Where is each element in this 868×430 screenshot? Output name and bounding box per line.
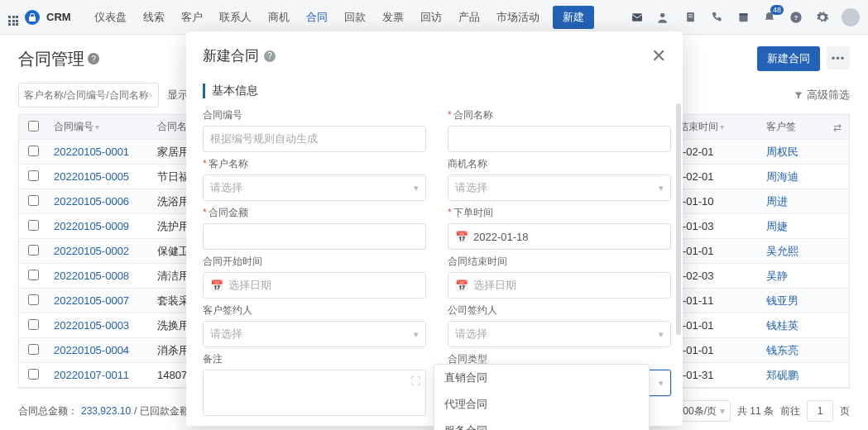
date-end[interactable]: 📅选择日期 <box>448 272 671 299</box>
type-option[interactable]: 代理合同 <box>434 391 649 418</box>
label-end: 合同结束时间 <box>448 255 671 269</box>
chevron-down-icon: ▾ <box>659 183 664 194</box>
label-remark: 备注 <box>203 352 426 366</box>
select-biz[interactable]: 请选择▾ <box>448 174 671 201</box>
modal-title: 新建合同 <box>203 46 259 65</box>
input-code[interactable]: 根据编号规则自动生成 <box>203 126 426 152</box>
label-biz: 商机名称 <box>448 157 671 171</box>
label-amount: 合同金额 <box>203 206 426 220</box>
label-start: 合同开始时间 <box>203 255 426 269</box>
calendar-icon: 📅 <box>455 280 468 292</box>
label-name: 合同名称 <box>448 108 671 122</box>
scrollbar[interactable] <box>676 103 681 335</box>
select-csigner[interactable]: 请选择▾ <box>203 321 426 347</box>
chevron-down-icon: ▾ <box>414 183 419 194</box>
label-csigner: 客户签约人 <box>203 303 426 318</box>
label-code: 合同编号 <box>203 108 426 122</box>
expand-icon[interactable]: ⛶ <box>410 375 420 387</box>
date-start[interactable]: 📅选择日期 <box>203 272 426 299</box>
calendar-icon: 📅 <box>455 231 468 243</box>
input-amount[interactable] <box>203 223 426 250</box>
calendar-icon: 📅 <box>210 280 223 292</box>
select-osigner[interactable]: 请选择▾ <box>448 321 671 347</box>
chevron-down-icon: ▾ <box>659 329 664 340</box>
select-customer[interactable]: 请选择▾ <box>203 174 426 201</box>
input-name[interactable] <box>448 126 671 152</box>
textarea-remark[interactable]: ⛶ <box>203 370 426 416</box>
label-customer: 客户名称 <box>203 157 426 171</box>
date-order[interactable]: 📅2022-01-18 <box>448 223 671 250</box>
type-dropdown: 直销合同代理合同服务合同快销合同 <box>434 364 650 430</box>
label-osigner: 公司签约人 <box>448 303 671 318</box>
section-basic-info: 基本信息 <box>203 84 666 98</box>
modal-help-icon[interactable]: ? <box>264 50 276 62</box>
label-order-date: 下单时间 <box>448 206 671 220</box>
type-option[interactable]: 直销合同 <box>434 365 649 391</box>
chevron-down-icon: ▾ <box>659 378 664 389</box>
close-icon[interactable]: ✕ <box>651 47 666 65</box>
type-option[interactable]: 服务合同 <box>434 418 649 430</box>
chevron-down-icon: ▾ <box>414 329 419 340</box>
